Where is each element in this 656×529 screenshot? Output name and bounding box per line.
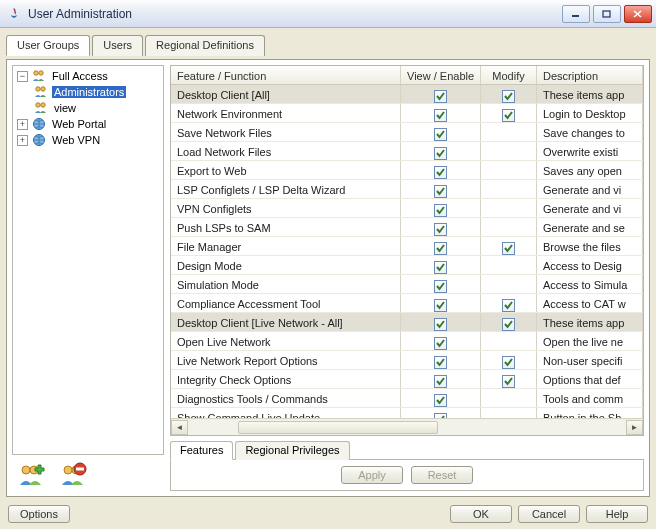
checkbox[interactable] [434, 356, 447, 369]
remove-group-button[interactable] [56, 459, 90, 491]
table-row[interactable]: Design ModeAccess to Desig [171, 256, 643, 275]
cell-modify[interactable] [481, 218, 537, 236]
table-row[interactable]: Diagnostics Tools / CommandsTools and co… [171, 389, 643, 408]
expand-icon[interactable]: + [17, 135, 28, 146]
add-group-button[interactable] [14, 459, 48, 491]
reset-button[interactable]: Reset [411, 466, 473, 484]
table-row[interactable]: LSP Configlets / LSP Delta WizardGenerat… [171, 180, 643, 199]
ok-button[interactable]: OK [450, 505, 512, 523]
minimize-button[interactable] [562, 5, 590, 23]
cell-view[interactable] [401, 161, 481, 179]
tab-user-groups[interactable]: User Groups [6, 35, 90, 56]
table-row[interactable]: Show Command Live UpdateButton in the Sh [171, 408, 643, 418]
cell-view[interactable] [401, 313, 481, 331]
checkbox[interactable] [434, 337, 447, 350]
checkbox[interactable] [434, 128, 447, 141]
cell-modify[interactable] [481, 313, 537, 331]
checkbox[interactable] [434, 147, 447, 160]
checkbox[interactable] [502, 109, 515, 122]
apply-button[interactable]: Apply [341, 466, 403, 484]
cell-modify[interactable] [481, 408, 537, 418]
table-row[interactable]: Live Network Report OptionsNon-user spec… [171, 351, 643, 370]
column-header-description[interactable]: Description [537, 66, 643, 84]
checkbox[interactable] [434, 394, 447, 407]
cell-view[interactable] [401, 85, 481, 103]
cell-view[interactable] [401, 294, 481, 312]
expand-icon[interactable]: + [17, 119, 28, 130]
cell-modify[interactable] [481, 85, 537, 103]
table-row[interactable]: Export to WebSaves any open [171, 161, 643, 180]
table-row[interactable]: Push LSPs to SAMGenerate and se [171, 218, 643, 237]
close-button[interactable] [624, 5, 652, 23]
cell-view[interactable] [401, 408, 481, 418]
cell-modify[interactable] [481, 123, 537, 141]
table-row[interactable]: File ManagerBrowse the files [171, 237, 643, 256]
checkbox[interactable] [434, 223, 447, 236]
cell-view[interactable] [401, 142, 481, 160]
scrollbar-thumb[interactable] [238, 421, 438, 434]
checkbox[interactable] [434, 166, 447, 179]
cancel-button[interactable]: Cancel [518, 505, 580, 523]
column-header-view[interactable]: View / Enable [401, 66, 481, 84]
table-row[interactable]: Load Network FilesOverwrite existi [171, 142, 643, 161]
cell-modify[interactable] [481, 332, 537, 350]
checkbox[interactable] [502, 356, 515, 369]
tree-node-administrators[interactable]: Administrators [13, 84, 163, 100]
tree-node-web-vpn[interactable]: + Web VPN [13, 132, 163, 148]
table-row[interactable]: Compliance Accessment ToolAccess to CAT … [171, 294, 643, 313]
grid-body[interactable]: Desktop Client [All]These items appNetwo… [171, 85, 643, 418]
cell-view[interactable] [401, 332, 481, 350]
cell-modify[interactable] [481, 199, 537, 217]
checkbox[interactable] [434, 109, 447, 122]
collapse-icon[interactable]: − [17, 71, 28, 82]
checkbox[interactable] [434, 299, 447, 312]
table-row[interactable]: Simulation ModeAccess to Simula [171, 275, 643, 294]
help-button[interactable]: Help [586, 505, 648, 523]
tree-node-web-portal[interactable]: + Web Portal [13, 116, 163, 132]
cell-modify[interactable] [481, 142, 537, 160]
checkbox[interactable] [434, 261, 447, 274]
horizontal-scrollbar[interactable]: ◄ ► [171, 418, 643, 435]
cell-modify[interactable] [481, 275, 537, 293]
cell-modify[interactable] [481, 370, 537, 388]
table-row[interactable]: Network EnvironmentLogin to Desktop [171, 104, 643, 123]
cell-modify[interactable] [481, 351, 537, 369]
column-header-modify[interactable]: Modify [481, 66, 537, 84]
scroll-left-icon[interactable]: ◄ [171, 420, 188, 435]
cell-modify[interactable] [481, 180, 537, 198]
cell-view[interactable] [401, 256, 481, 274]
tab-users[interactable]: Users [92, 35, 143, 56]
table-row[interactable]: Desktop Client [Live Network - All]These… [171, 313, 643, 332]
cell-view[interactable] [401, 370, 481, 388]
checkbox[interactable] [502, 90, 515, 103]
cell-view[interactable] [401, 389, 481, 407]
checkbox[interactable] [434, 280, 447, 293]
cell-view[interactable] [401, 104, 481, 122]
table-row[interactable]: Integrity Check OptionsOptions that def [171, 370, 643, 389]
options-button[interactable]: Options [8, 505, 70, 523]
cell-view[interactable] [401, 218, 481, 236]
checkbox[interactable] [502, 318, 515, 331]
cell-view[interactable] [401, 199, 481, 217]
checkbox[interactable] [502, 299, 515, 312]
checkbox[interactable] [434, 90, 447, 103]
scroll-right-icon[interactable]: ► [626, 420, 643, 435]
group-tree[interactable]: − Full Access Administrators [12, 65, 164, 455]
checkbox[interactable] [502, 375, 515, 388]
cell-modify[interactable] [481, 237, 537, 255]
cell-modify[interactable] [481, 294, 537, 312]
cell-modify[interactable] [481, 104, 537, 122]
cell-modify[interactable] [481, 161, 537, 179]
cell-view[interactable] [401, 237, 481, 255]
subtab-features[interactable]: Features [170, 441, 233, 460]
checkbox[interactable] [434, 318, 447, 331]
tab-regional-definitions[interactable]: Regional Definitions [145, 35, 265, 56]
cell-view[interactable] [401, 123, 481, 141]
cell-view[interactable] [401, 351, 481, 369]
table-row[interactable]: VPN ConfigletsGenerate and vi [171, 199, 643, 218]
table-row[interactable]: Open Live NetworkOpen the live ne [171, 332, 643, 351]
cell-view[interactable] [401, 180, 481, 198]
checkbox[interactable] [434, 204, 447, 217]
checkbox[interactable] [502, 242, 515, 255]
checkbox[interactable] [434, 242, 447, 255]
